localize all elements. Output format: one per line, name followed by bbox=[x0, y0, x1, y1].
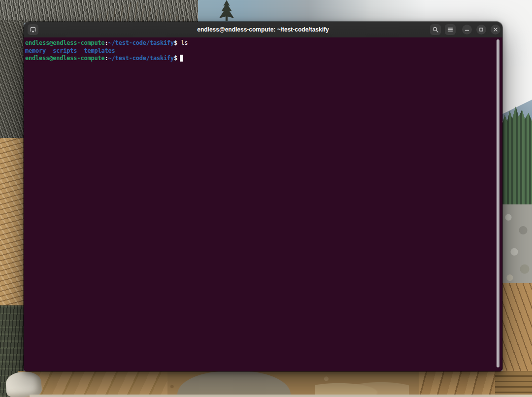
wallpaper-stones bbox=[315, 375, 409, 397]
prompt-user: endless@endless-compute bbox=[25, 39, 105, 46]
terminal-line-prompt-1: endless@endless-compute:~/test-code/task… bbox=[25, 39, 502, 47]
search-icon bbox=[432, 26, 439, 33]
maximize-icon bbox=[478, 27, 484, 33]
prompt-user: endless@endless-compute bbox=[25, 55, 105, 62]
terminal-scrollbar[interactable] bbox=[497, 39, 499, 367]
terminal-window: endless@endless-compute: ~/test-code/tas… bbox=[24, 22, 502, 371]
prompt-path: ~/test-code/taskify bbox=[108, 55, 174, 62]
wallpaper-bottom-edge bbox=[30, 395, 532, 397]
wallpaper-floor-planks bbox=[20, 371, 167, 397]
typed-command: ls bbox=[177, 39, 188, 46]
ls-output: memory scripts templates bbox=[25, 47, 115, 54]
wallpaper-rocky-slope bbox=[502, 204, 532, 291]
wallpaper-crate-dark bbox=[495, 371, 532, 397]
maximize-button[interactable] bbox=[476, 25, 486, 34]
wallpaper-twigs-left bbox=[0, 20, 24, 143]
prompt-colon: : bbox=[105, 39, 108, 46]
menu-button[interactable] bbox=[445, 24, 456, 35]
close-button[interactable] bbox=[491, 25, 500, 34]
close-icon bbox=[493, 27, 499, 33]
search-button[interactable] bbox=[430, 24, 441, 35]
terminal-cursor bbox=[180, 55, 183, 62]
titlebar[interactable]: endless@endless-compute: ~/test-code/tas… bbox=[24, 22, 502, 38]
terminal-line-ls-output: memory scripts templates bbox=[25, 47, 502, 55]
prompt-path: ~/test-code/taskify bbox=[108, 39, 174, 46]
prompt-colon: : bbox=[105, 55, 108, 62]
minimize-button[interactable] bbox=[462, 25, 472, 34]
wallpaper-shingles bbox=[0, 138, 24, 310]
prompt-symbol: $ bbox=[174, 55, 177, 62]
terminal-screen[interactable]: endless@endless-compute:~/test-code/task… bbox=[24, 37, 502, 371]
hamburger-menu-icon bbox=[447, 26, 454, 33]
terminal-line-prompt-2: endless@endless-compute:~/test-code/task… bbox=[25, 55, 502, 63]
minimize-icon bbox=[464, 27, 470, 33]
